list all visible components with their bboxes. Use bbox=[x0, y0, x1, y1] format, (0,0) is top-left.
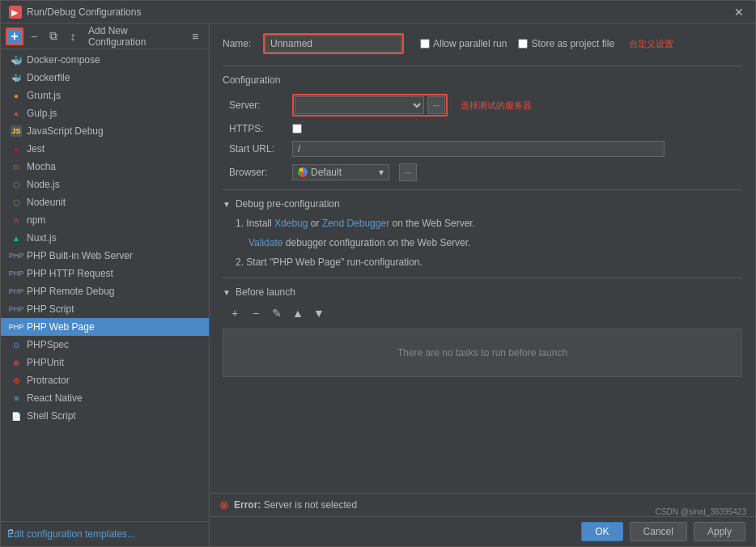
server-label: Server: bbox=[229, 100, 286, 111]
debug-pre-collapse[interactable]: ▼ Debug pre-configuration bbox=[223, 198, 742, 210]
list-item-label: PHP Built-in Web Server bbox=[27, 250, 133, 261]
allow-parallel-checkbox[interactable] bbox=[420, 39, 430, 49]
list-item-label: Nodeunit bbox=[27, 197, 66, 208]
apply-button[interactable]: Apply bbox=[694, 522, 745, 541]
left-bottom: Edit configuration templates... bbox=[1, 521, 209, 546]
before-launch-label: Before launch bbox=[236, 286, 295, 298]
name-label: Name: bbox=[223, 38, 255, 49]
copy-configuration-button[interactable]: ⧉ bbox=[45, 28, 62, 45]
list-item-label: React Native bbox=[27, 392, 83, 404]
list-item-npm[interactable]: n npm bbox=[1, 211, 209, 229]
list-item-phpunit[interactable]: ⊗ PHPUnit bbox=[1, 354, 209, 371]
right-content: Name: Allow parallel run Store as projec… bbox=[210, 23, 755, 493]
list-item-label: Jest bbox=[27, 143, 45, 155]
browser-dropdown-arrow: ▾ bbox=[379, 167, 384, 178]
list-item-label: Protractor bbox=[27, 375, 70, 386]
ok-button[interactable]: OK bbox=[581, 522, 622, 541]
list-item-dockerfile[interactable]: 🐳 Dockerfile bbox=[1, 69, 209, 87]
dialog-title: Run/Debug Configurations bbox=[27, 6, 141, 18]
before-launch-up-button[interactable]: ▲ bbox=[289, 304, 307, 322]
grunt-icon: ● bbox=[11, 90, 22, 101]
validate-link[interactable]: Validate bbox=[248, 237, 282, 248]
name-input[interactable] bbox=[265, 35, 402, 53]
list-item-label: Mocha bbox=[27, 161, 56, 172]
list-item-php-http[interactable]: PHP PHP HTTP Request bbox=[1, 265, 209, 282]
list-item-js-debug[interactable]: JS JavaScript Debug bbox=[1, 122, 209, 140]
list-item-react-native[interactable]: ⚛ React Native bbox=[1, 389, 209, 407]
list-item-grunt[interactable]: ● Grunt.js bbox=[1, 87, 209, 104]
right-panel: Name: Allow parallel run Store as projec… bbox=[210, 23, 755, 546]
list-item-php-script[interactable]: PHP PHP Script bbox=[1, 300, 209, 318]
move-configuration-button[interactable]: ≡ bbox=[186, 28, 204, 45]
edit-templates-link[interactable]: Edit configuration templates... bbox=[7, 528, 135, 540]
name-row: Name: Allow parallel run Store as projec… bbox=[223, 33, 742, 54]
browser-value: Default bbox=[311, 167, 342, 178]
add-configuration-button[interactable]: + bbox=[6, 28, 23, 45]
help-button[interactable]: ? bbox=[8, 528, 14, 539]
debug-step-1b: Validate debugger configuration on the W… bbox=[236, 235, 742, 250]
cancel-button[interactable]: Cancel bbox=[630, 522, 687, 541]
react-native-icon: ⚛ bbox=[11, 392, 22, 404]
list-item-node[interactable]: ⬡ Node.js bbox=[1, 176, 209, 193]
list-item-jest[interactable]: ● Jest bbox=[1, 140, 209, 158]
list-item-gulp[interactable]: ● Gulp.js bbox=[1, 104, 209, 122]
https-checkbox[interactable] bbox=[292, 124, 302, 134]
content-area: + − ⧉ ↕ Add New Configuration ≡ 🐳 bbox=[1, 23, 755, 546]
before-launch-add-button[interactable]: + bbox=[226, 304, 244, 322]
store-as-project-checkbox[interactable] bbox=[518, 39, 528, 49]
bottom-bar: OK Cancel Apply bbox=[210, 516, 755, 546]
list-item-docker-compose[interactable]: 🐳 Docker-compose bbox=[1, 51, 209, 69]
list-item-label: Shell Script bbox=[27, 410, 76, 422]
nuxt-icon: ▲ bbox=[11, 232, 22, 244]
store-as-project-label[interactable]: Store as project file bbox=[518, 38, 614, 49]
start-url-input[interactable] bbox=[292, 141, 665, 157]
svg-text:🐳: 🐳 bbox=[11, 54, 22, 66]
browser-select-container: Default ▾ bbox=[292, 164, 389, 180]
before-launch-down-button[interactable]: ▼ bbox=[310, 304, 328, 322]
before-launch-remove-button[interactable]: − bbox=[247, 304, 265, 322]
list-item-label: JavaScript Debug bbox=[27, 125, 104, 137]
shell-script-icon: 📄 bbox=[11, 410, 22, 422]
list-item-php-builtin[interactable]: PHP PHP Built-in Web Server bbox=[1, 247, 209, 265]
allow-parallel-label[interactable]: Allow parallel run bbox=[420, 38, 507, 49]
run-debug-dialog: ▶ Run/Debug Configurations ✕ + − ⧉ ↕ bbox=[0, 0, 756, 547]
list-item-mocha[interactable]: m Mocha bbox=[1, 158, 209, 176]
list-item-label: Docker-compose bbox=[27, 54, 100, 66]
sort-configuration-button[interactable]: ↕ bbox=[64, 28, 82, 45]
list-item-label: PHPUnit bbox=[27, 357, 64, 368]
list-item-nuxt[interactable]: ▲ Nuxt.js bbox=[1, 229, 209, 247]
close-button[interactable]: ✕ bbox=[731, 6, 747, 19]
zend-debugger-link[interactable]: Zend Debugger bbox=[322, 218, 389, 229]
list-item-label: PHP Remote Debug bbox=[27, 286, 115, 297]
list-item-shell-script[interactable]: 📄 Shell Script bbox=[1, 407, 209, 425]
php-remote-icon: PHP bbox=[11, 286, 22, 297]
remove-configuration-button[interactable]: − bbox=[25, 28, 43, 45]
list-item-protractor[interactable]: ⚙ Protractor bbox=[1, 371, 209, 389]
before-launch-edit-button[interactable]: ✎ bbox=[268, 304, 286, 322]
xdebug-link[interactable]: Xdebug bbox=[274, 218, 308, 229]
before-launch-collapse[interactable]: ▼ Before launch bbox=[223, 286, 742, 298]
debug-pre-label: Debug pre-configuration bbox=[236, 198, 340, 210]
debug-step-1: 1. Install Xdebug or Zend Debugger on th… bbox=[236, 216, 742, 231]
before-launch-toolbar: + − ✎ ▲ ▼ bbox=[223, 304, 742, 322]
php-web-icon: PHP bbox=[11, 321, 22, 333]
list-item-php-web[interactable]: PHP PHP Web Page bbox=[1, 318, 209, 336]
list-item-nodeunit[interactable]: ⬡ Nodeunit bbox=[1, 193, 209, 211]
php-builtin-icon: PHP bbox=[11, 250, 22, 261]
name-options: Allow parallel run Store as project file bbox=[420, 38, 614, 49]
titlebar: ▶ Run/Debug Configurations ✕ bbox=[1, 1, 755, 23]
list-item-phpspec[interactable]: ⊙ PHPSpec bbox=[1, 336, 209, 354]
server-dots-button[interactable]: ··· bbox=[427, 96, 445, 114]
config-section-label: Configuration bbox=[223, 74, 742, 86]
before-launch-empty-text: There are no tasks to run before launch bbox=[397, 347, 567, 358]
gulp-icon: ● bbox=[11, 108, 22, 119]
list-item-label: PHP Web Page bbox=[27, 321, 95, 333]
js-debug-icon: JS bbox=[11, 125, 22, 137]
list-item-label: npm bbox=[27, 214, 45, 226]
php-http-icon: PHP bbox=[11, 268, 22, 279]
server-select[interactable] bbox=[295, 96, 424, 114]
left-panel: + − ⧉ ↕ Add New Configuration ≡ 🐳 bbox=[1, 23, 210, 546]
list-item-php-remote[interactable]: PHP PHP Remote Debug bbox=[1, 282, 209, 300]
browser-dots-button[interactable]: ··· bbox=[399, 163, 417, 181]
chrome-icon bbox=[298, 167, 308, 177]
